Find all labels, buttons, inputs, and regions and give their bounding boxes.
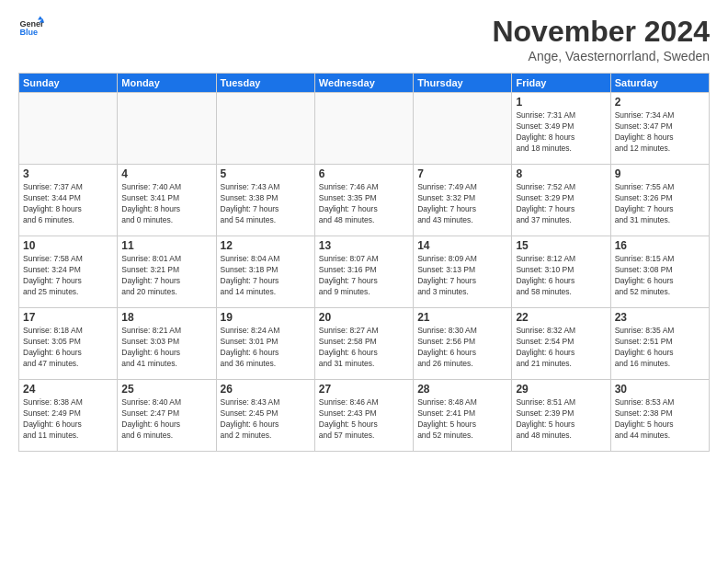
day-info: Sunrise: 8:53 AM Sunset: 2:38 PM Dayligh…: [615, 397, 705, 442]
day-info: Sunrise: 8:43 AM Sunset: 2:45 PM Dayligh…: [221, 397, 311, 442]
table-row: 21Sunrise: 8:30 AM Sunset: 2:56 PM Dayli…: [414, 308, 512, 380]
day-info: Sunrise: 8:21 AM Sunset: 3:03 PM Dayligh…: [121, 326, 211, 370]
table-row: 1Sunrise: 7:31 AM Sunset: 3:49 PM Daylig…: [512, 93, 610, 165]
table-row: [118, 93, 216, 165]
day-number: 21: [417, 311, 507, 324]
day-number: 10: [23, 239, 113, 252]
table-row: [216, 93, 314, 165]
day-number: 8: [516, 167, 606, 180]
header: General Blue November 2024 Ange, Vaester…: [18, 15, 710, 63]
table-row: 11Sunrise: 8:01 AM Sunset: 3:21 PM Dayli…: [118, 236, 216, 308]
day-number: 23: [615, 311, 705, 324]
table-row: 3Sunrise: 7:37 AM Sunset: 3:44 PM Daylig…: [19, 165, 118, 236]
logo-icon: General Blue: [18, 15, 44, 40]
table-row: 4Sunrise: 7:40 AM Sunset: 3:41 PM Daylig…: [118, 165, 216, 236]
title-block: November 2024 Ange, Vaesternorrland, Swe…: [492, 15, 710, 63]
table-row: 28Sunrise: 8:48 AM Sunset: 2:41 PM Dayli…: [414, 380, 512, 452]
day-number: 26: [221, 383, 311, 396]
day-number: 1: [516, 96, 606, 109]
day-number: 5: [221, 167, 311, 180]
day-number: 15: [516, 239, 606, 252]
day-number: 3: [23, 167, 113, 180]
day-info: Sunrise: 7:31 AM Sunset: 3:49 PM Dayligh…: [516, 110, 606, 155]
day-info: Sunrise: 8:46 AM Sunset: 2:43 PM Dayligh…: [319, 397, 409, 442]
svg-text:Blue: Blue: [19, 28, 38, 37]
table-row: 30Sunrise: 8:53 AM Sunset: 2:38 PM Dayli…: [610, 380, 709, 452]
table-row: 22Sunrise: 8:32 AM Sunset: 2:54 PM Dayli…: [512, 308, 610, 380]
table-row: 8Sunrise: 7:52 AM Sunset: 3:29 PM Daylig…: [512, 165, 610, 236]
day-number: 11: [121, 239, 211, 252]
day-number: 27: [319, 383, 409, 396]
table-row: [414, 93, 512, 165]
day-info: Sunrise: 7:49 AM Sunset: 3:32 PM Dayligh…: [417, 182, 507, 226]
table-row: 13Sunrise: 8:07 AM Sunset: 3:16 PM Dayli…: [314, 236, 413, 308]
table-row: 14Sunrise: 8:09 AM Sunset: 3:13 PM Dayli…: [414, 236, 512, 308]
day-number: 7: [417, 167, 507, 180]
day-info: Sunrise: 8:18 AM Sunset: 3:05 PM Dayligh…: [23, 326, 113, 370]
day-info: Sunrise: 8:35 AM Sunset: 2:51 PM Dayligh…: [615, 326, 705, 370]
table-row: 7Sunrise: 7:49 AM Sunset: 3:32 PM Daylig…: [414, 165, 512, 236]
weekday-monday: Monday: [118, 74, 216, 93]
weekday-sunday: Sunday: [19, 74, 118, 93]
day-info: Sunrise: 7:43 AM Sunset: 3:38 PM Dayligh…: [221, 182, 311, 226]
table-row: 23Sunrise: 8:35 AM Sunset: 2:51 PM Dayli…: [610, 308, 709, 380]
day-number: 12: [221, 239, 311, 252]
calendar-week-row: 3Sunrise: 7:37 AM Sunset: 3:44 PM Daylig…: [19, 165, 710, 236]
day-info: Sunrise: 8:30 AM Sunset: 2:56 PM Dayligh…: [417, 326, 507, 370]
weekday-wednesday: Wednesday: [314, 74, 413, 93]
day-info: Sunrise: 8:12 AM Sunset: 3:10 PM Dayligh…: [516, 254, 606, 298]
day-number: 24: [23, 383, 113, 396]
day-number: 20: [319, 311, 409, 324]
month-title: November 2024: [492, 15, 710, 49]
day-info: Sunrise: 8:01 AM Sunset: 3:21 PM Dayligh…: [121, 254, 211, 298]
table-row: 6Sunrise: 7:46 AM Sunset: 3:35 PM Daylig…: [314, 165, 413, 236]
day-number: 13: [319, 239, 409, 252]
weekday-tuesday: Tuesday: [216, 74, 314, 93]
day-number: 25: [121, 383, 211, 396]
table-row: 29Sunrise: 8:51 AM Sunset: 2:39 PM Dayli…: [512, 380, 610, 452]
logo: General Blue: [18, 15, 44, 40]
table-row: 18Sunrise: 8:21 AM Sunset: 3:03 PM Dayli…: [118, 308, 216, 380]
calendar-week-row: 24Sunrise: 8:38 AM Sunset: 2:49 PM Dayli…: [19, 380, 710, 452]
day-number: 17: [23, 311, 113, 324]
day-info: Sunrise: 7:46 AM Sunset: 3:35 PM Dayligh…: [319, 182, 409, 226]
day-info: Sunrise: 8:51 AM Sunset: 2:39 PM Dayligh…: [516, 397, 606, 442]
day-number: 9: [615, 167, 705, 180]
table-row: 5Sunrise: 7:43 AM Sunset: 3:38 PM Daylig…: [216, 165, 314, 236]
table-row: 26Sunrise: 8:43 AM Sunset: 2:45 PM Dayli…: [216, 380, 314, 452]
subtitle: Ange, Vaesternorrland, Sweden: [492, 49, 710, 63]
day-info: Sunrise: 8:15 AM Sunset: 3:08 PM Dayligh…: [615, 254, 705, 298]
day-info: Sunrise: 7:34 AM Sunset: 3:47 PM Dayligh…: [615, 110, 705, 155]
table-row: [314, 93, 413, 165]
table-row: 20Sunrise: 8:27 AM Sunset: 2:58 PM Dayli…: [314, 308, 413, 380]
weekday-header-row: Sunday Monday Tuesday Wednesday Thursday…: [19, 74, 710, 93]
day-info: Sunrise: 7:58 AM Sunset: 3:24 PM Dayligh…: [23, 254, 113, 298]
table-row: 25Sunrise: 8:40 AM Sunset: 2:47 PM Dayli…: [118, 380, 216, 452]
day-number: 29: [516, 383, 606, 396]
day-info: Sunrise: 8:04 AM Sunset: 3:18 PM Dayligh…: [221, 254, 311, 298]
table-row: 16Sunrise: 8:15 AM Sunset: 3:08 PM Dayli…: [610, 236, 709, 308]
day-number: 14: [417, 239, 507, 252]
day-info: Sunrise: 7:55 AM Sunset: 3:26 PM Dayligh…: [615, 182, 705, 226]
calendar-week-row: 10Sunrise: 7:58 AM Sunset: 3:24 PM Dayli…: [19, 236, 710, 308]
day-info: Sunrise: 8:48 AM Sunset: 2:41 PM Dayligh…: [417, 397, 507, 442]
day-number: 19: [221, 311, 311, 324]
day-number: 4: [121, 167, 211, 180]
svg-marker-2: [38, 16, 43, 19]
weekday-friday: Friday: [512, 74, 610, 93]
day-info: Sunrise: 7:52 AM Sunset: 3:29 PM Dayligh…: [516, 182, 606, 226]
day-info: Sunrise: 8:09 AM Sunset: 3:13 PM Dayligh…: [417, 254, 507, 298]
day-number: 22: [516, 311, 606, 324]
weekday-saturday: Saturday: [610, 74, 709, 93]
day-number: 6: [319, 167, 409, 180]
page: General Blue November 2024 Ange, Vaester…: [0, 0, 728, 563]
table-row: 24Sunrise: 8:38 AM Sunset: 2:49 PM Dayli…: [19, 380, 118, 452]
table-row: 27Sunrise: 8:46 AM Sunset: 2:43 PM Dayli…: [314, 380, 413, 452]
calendar-week-row: 17Sunrise: 8:18 AM Sunset: 3:05 PM Dayli…: [19, 308, 710, 380]
table-row: 2Sunrise: 7:34 AM Sunset: 3:47 PM Daylig…: [610, 93, 709, 165]
table-row: 9Sunrise: 7:55 AM Sunset: 3:26 PM Daylig…: [610, 165, 709, 236]
day-number: 16: [615, 239, 705, 252]
table-row: 17Sunrise: 8:18 AM Sunset: 3:05 PM Dayli…: [19, 308, 118, 380]
day-info: Sunrise: 8:24 AM Sunset: 3:01 PM Dayligh…: [221, 326, 311, 370]
day-info: Sunrise: 8:27 AM Sunset: 2:58 PM Dayligh…: [319, 326, 409, 370]
